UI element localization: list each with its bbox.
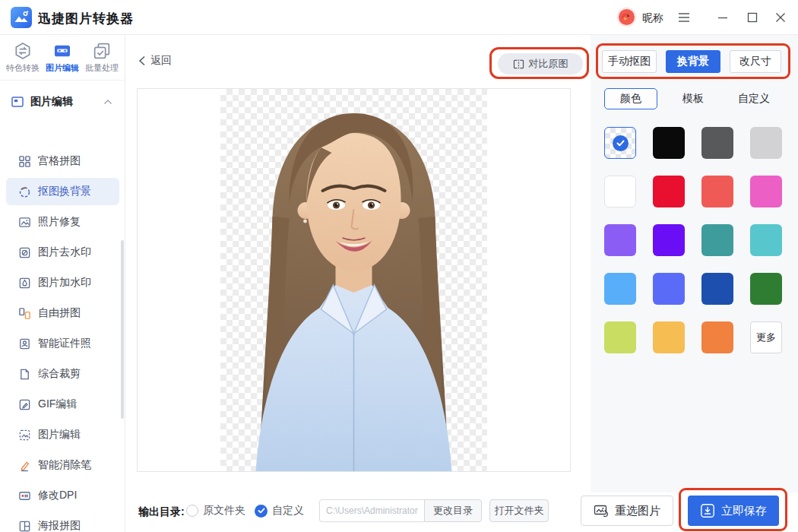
sidebar-item-photo-repair[interactable]: 照片修复 — [6, 208, 119, 236]
sidebar-item-crop[interactable]: 综合裁剪 — [6, 360, 119, 388]
sidebar-section-image-edit[interactable]: 图片编辑 — [11, 91, 117, 112]
tab-feature-convert[interactable]: 特色转换 — [3, 42, 43, 74]
output-path-input[interactable] — [319, 499, 424, 522]
close-button[interactable] — [769, 6, 792, 29]
hexagon-swap-icon — [14, 42, 32, 60]
compare-icon — [513, 59, 524, 69]
crop-page-icon — [18, 368, 31, 381]
back-button[interactable]: 返回 — [138, 54, 172, 68]
color-swatch[interactable] — [701, 321, 733, 353]
sidebar-item-gif-edit[interactable]: GIF编辑 — [6, 391, 119, 418]
color-swatch[interactable] — [750, 127, 782, 159]
sidebar-item-cutout-background[interactable]: 抠图换背景 — [6, 178, 119, 205]
sidebar-item-free-collage[interactable]: 自由拼图 — [6, 299, 119, 327]
titlebar: 迅捷图片转换器 昵称 — [0, 0, 798, 35]
tab-template[interactable]: 模板 — [673, 88, 714, 109]
color-swatch[interactable] — [604, 176, 636, 207]
sidebar-item-grid-collage[interactable]: 宫格拼图 — [6, 147, 119, 175]
tab-color[interactable]: 颜色 — [604, 88, 657, 109]
compare-label: 对比原图 — [529, 57, 568, 71]
sidebar: 特色转换 图片编辑 批量处理 图片编辑 — [0, 35, 125, 532]
app-logo-icon — [11, 7, 32, 28]
color-swatch[interactable] — [604, 224, 636, 256]
sidebar-item-label: 海报拼图 — [38, 519, 81, 532]
sidebar-item-poster-collage[interactable]: 海报拼图 — [6, 512, 119, 532]
sidebar-item-label: 综合裁剪 — [38, 367, 81, 381]
dpi-icon — [18, 489, 31, 502]
sidebar-item-eraser-pen[interactable]: 智能消除笔 — [6, 451, 119, 479]
color-swatch[interactable] — [750, 176, 782, 207]
sidebar-item-image-edit[interactable]: 图片编辑 — [6, 421, 119, 448]
radio-unchecked-icon — [186, 505, 198, 517]
sidebar-item-label: 图片编辑 — [38, 428, 81, 442]
sidebar-item-dpi[interactable]: 修改DPI — [6, 482, 119, 509]
reselect-image-button[interactable]: 重选图片 — [581, 496, 673, 526]
more-colors-button[interactable]: 更多 — [750, 321, 782, 353]
open-folder-button[interactable]: 打开文件夹 — [489, 499, 549, 522]
radio-label: 自定义 — [272, 504, 304, 518]
app-title: 迅捷图片转换器 — [38, 10, 134, 27]
save-label: 立即保存 — [721, 504, 767, 518]
color-swatch[interactable] — [653, 273, 685, 305]
sidebar-item-label: 图片加水印 — [38, 276, 91, 290]
minimize-button[interactable] — [711, 6, 734, 29]
selected-check-icon — [613, 135, 629, 151]
color-swatch[interactable] — [750, 224, 782, 256]
resize-button[interactable]: 改尺寸 — [730, 50, 781, 73]
radio-original-folder[interactable]: 原文件夹 — [186, 504, 245, 518]
color-swatch[interactable] — [701, 176, 733, 207]
sidebar-item-label: 图片去水印 — [38, 245, 91, 259]
gif-edit-icon — [18, 398, 31, 411]
user-avatar[interactable] — [616, 7, 637, 27]
tab-custom[interactable]: 自定义 — [731, 88, 777, 109]
color-swatch[interactable] — [653, 127, 685, 159]
maximize-button[interactable] — [741, 6, 764, 29]
image-canvas[interactable] — [137, 88, 571, 472]
chevron-up-icon[interactable] — [103, 99, 112, 105]
transparent-checker-region — [220, 89, 487, 471]
color-swatch[interactable] — [701, 273, 733, 305]
color-swatch[interactable] — [750, 273, 782, 305]
color-swatch[interactable] — [653, 176, 685, 207]
sidebar-item-label: GIF编辑 — [38, 397, 77, 411]
free-collage-icon — [18, 307, 31, 320]
poster-collage-icon — [18, 520, 31, 532]
compare-original-button[interactable]: 对比原图 — [498, 53, 583, 74]
tab-label: 特色转换 — [6, 62, 40, 74]
id-photo-icon — [18, 337, 31, 350]
sidebar-scrollbar[interactable] — [121, 240, 124, 419]
color-swatch[interactable] — [604, 321, 636, 353]
sidebar-top-tabs: 特色转换 图片编辑 批量处理 — [0, 35, 125, 81]
manual-cutout-button[interactable]: 手动抠图 — [602, 50, 657, 73]
tab-batch-process[interactable]: 批量处理 — [82, 42, 122, 74]
hamburger-menu-icon[interactable] — [673, 6, 695, 29]
nickname-label[interactable]: 昵称 — [642, 11, 663, 25]
section-label: 图片编辑 — [30, 95, 73, 109]
sidebar-item-add-watermark[interactable]: 图片加水印 — [6, 269, 119, 296]
remove-watermark-icon — [18, 246, 31, 259]
portrait-image — [220, 89, 487, 471]
sidebar-item-label: 抠图换背景 — [38, 185, 91, 198]
sidebar-item-remove-watermark[interactable]: 图片去水印 — [6, 239, 119, 266]
swatch-transparent[interactable] — [604, 127, 636, 159]
photo-repair-icon — [18, 216, 31, 229]
tab-label: 图片编辑 — [46, 62, 79, 74]
save-now-button[interactable]: 立即保存 — [688, 496, 779, 526]
color-swatch[interactable] — [653, 224, 685, 256]
sidebar-item-label: 智能消除笔 — [38, 458, 91, 472]
change-background-button[interactable]: 换背景 — [666, 50, 720, 73]
radio-custom-folder[interactable]: 自定义 — [255, 504, 304, 518]
color-swatch[interactable] — [701, 127, 733, 159]
color-swatch[interactable] — [653, 321, 685, 353]
radio-checked-icon — [255, 505, 268, 518]
tab-image-edit[interactable]: 图片编辑 — [43, 42, 82, 74]
download-icon — [700, 503, 715, 518]
color-swatch[interactable] — [604, 273, 636, 305]
tab-label: 批量处理 — [85, 62, 119, 74]
back-label: 返回 — [150, 54, 172, 68]
change-dir-button[interactable]: 更改目录 — [424, 499, 482, 522]
color-swatch[interactable] — [701, 224, 733, 256]
sidebar-item-id-photo[interactable]: 智能证件照 — [6, 330, 119, 357]
color-swatch-grid: 更多 — [604, 127, 782, 353]
image-icon — [11, 95, 24, 109]
